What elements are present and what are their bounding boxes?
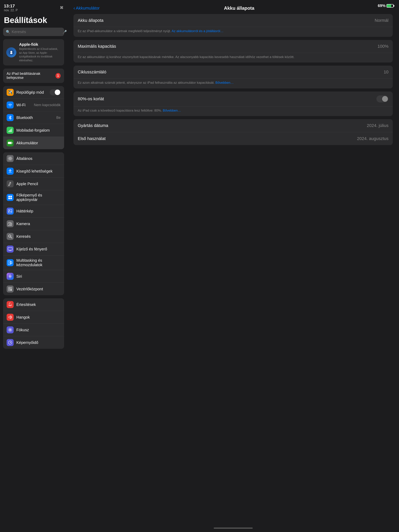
battery-label: Akkumulátor — [16, 141, 61, 145]
sidebar-item-accessibility[interactable]: Kisegítő lehetőségek — [3, 165, 64, 177]
setup-banner-label: Az iPad beállításának befejezése — [7, 72, 56, 80]
svg-rect-14 — [8, 209, 12, 213]
svg-point-26 — [11, 303, 12, 304]
sidebar-item-mobile[interactable]: Mobiladat-forgalom — [3, 124, 64, 137]
back-chevron-icon: ‹ — [73, 6, 75, 11]
camera-icon — [7, 220, 14, 227]
search-bar[interactable]: 🔍 🎤 — [3, 28, 64, 36]
bluetooth-icon — [7, 114, 14, 121]
airplane-icon: ✈️ — [7, 89, 14, 96]
cycle-count-row: Ciklusszámláló 10 — [73, 66, 393, 79]
max-capacity-desc: Ez az akkumulátor új korához viszonyítot… — [73, 53, 393, 63]
max-capacity-value: 100% — [378, 44, 388, 49]
back-button[interactable]: ‹ Akkumulátor — [73, 6, 100, 11]
sidebar-item-homescreen[interactable]: Főképernyő és appkönyvtár — [3, 190, 64, 205]
focus-label: Fókusz — [16, 328, 61, 332]
content-area: Akku állapota Normál Ez az iPad-akkumulá… — [67, 14, 399, 524]
search-input[interactable] — [12, 30, 61, 34]
sidebar-item-wallpaper[interactable]: Háttérkép — [3, 205, 64, 217]
sidebar-item-general[interactable]: Általános — [3, 152, 64, 165]
battery-icon — [386, 4, 393, 8]
wifi-icon — [7, 101, 14, 108]
battery-status-link[interactable]: Az akkumulátorról és a jótállásról… — [172, 29, 224, 33]
notifications-group: Értesítések Hangok Fókusz — [3, 298, 64, 349]
setup-banner[interactable]: Az iPad beállításának befejezése 1 — [3, 69, 64, 83]
airplane-label: Repülőgép mód — [16, 90, 47, 95]
screentime-label: Képernyőidő — [16, 340, 61, 345]
sidebar-item-screentime[interactable]: Képernyőidő — [3, 336, 64, 349]
svg-rect-2 — [10, 130, 10, 132]
first-use-value: 2024. augusztus — [357, 136, 388, 141]
siri-label: Siri — [16, 274, 61, 279]
homescreen-icon — [7, 194, 14, 201]
dates-card: Gyártás dátuma 2024. július Első használ… — [73, 119, 393, 145]
cycle-count-card: Ciklusszámláló 10 Ez azon alkalmak számá… — [73, 66, 393, 89]
sidebar-item-pencil[interactable]: Apple Pencil — [3, 177, 64, 190]
mic-icon: 🎤 — [63, 30, 67, 34]
sidebar-item-siri[interactable]: Siri — [3, 270, 64, 283]
sidebar-item-battery[interactable]: Akkumulátor — [3, 137, 64, 149]
limit-link[interactable]: Bővebben… — [163, 109, 181, 112]
mobile-icon — [7, 127, 14, 134]
svg-point-16 — [10, 223, 11, 225]
svg-point-24 — [8, 289, 10, 291]
sidebar-item-multitask[interactable]: Multitasking és kézmozdulatok — [3, 255, 64, 270]
battery-percentage: 69% — [378, 4, 386, 8]
sidebar-item-focus[interactable]: Fókusz — [3, 324, 64, 336]
focus-icon — [7, 326, 14, 333]
notifications-label: Értesítések — [16, 302, 61, 307]
pencil-icon — [7, 180, 14, 187]
status-bar-right-panel: 69% — [378, 4, 393, 8]
homescreen-label: Főképernyő és appkönyvtár — [16, 193, 61, 202]
general-label: Általános — [16, 156, 61, 161]
cycle-count-link[interactable]: Bővebben… — [215, 81, 234, 84]
sidebar-item-control[interactable]: Vezérlőközpont — [3, 283, 64, 295]
wallpaper-icon — [7, 208, 14, 215]
limit-desc: Az iPad csak a következő kapacitásra les… — [73, 107, 393, 116]
connectivity-group: ✈️ Repülőgép mód Wi-Fi Nem kapcsolódik — [3, 86, 64, 149]
home-indicator — [67, 524, 399, 532]
svg-point-27 — [10, 329, 11, 330]
multitask-label: Multitasking és kézmozdulatok — [16, 258, 61, 267]
accessibility-icon — [7, 168, 14, 175]
spotlight-icon — [7, 233, 14, 240]
detail-page-title: Akku állapota — [101, 6, 377, 11]
airplane-toggle[interactable] — [50, 89, 61, 95]
battery-status-value: Normál — [375, 18, 388, 23]
accessibility-label: Kisegítő lehetőségek — [16, 169, 61, 173]
sidebar-item-display[interactable]: Kijelző és fényerő — [3, 243, 64, 255]
first-use-label: Első használat — [78, 136, 106, 141]
svg-point-8 — [9, 158, 11, 159]
sidebar-item-airplane[interactable]: ✈️ Repülőgép mód — [3, 86, 64, 99]
svg-rect-6 — [12, 143, 13, 144]
apple-account-item[interactable]: Apple-fiók Bejelentkezés az iCloud-adato… — [3, 39, 64, 65]
svg-rect-4 — [12, 128, 12, 132]
cmd-icon: ⌘ — [60, 6, 63, 10]
limit-label: 80%-os korlát — [78, 96, 104, 101]
sidebar-item-bluetooth[interactable]: Bluetooth Be — [3, 111, 64, 124]
first-use-row: Első használat 2024. augusztus — [73, 132, 393, 145]
svg-rect-12 — [8, 198, 10, 199]
status-bar-left: 13:17 nov. 22. P — [4, 4, 18, 12]
svg-rect-3 — [11, 129, 11, 132]
back-label: Akkumulátor — [76, 6, 100, 11]
limit-row: 80%-os korlát — [73, 92, 393, 107]
svg-rect-11 — [10, 196, 12, 197]
sidebar-item-sounds[interactable]: Hangok — [3, 311, 64, 324]
time: 13:17 — [4, 4, 18, 9]
battery-settings-icon — [7, 139, 14, 146]
sidebar-item-wifi[interactable]: Wi-Fi Nem kapcsolódik — [3, 99, 64, 111]
main-panel: 69% ‹ Akkumulátor Akku állapota Akku áll… — [67, 0, 399, 532]
svg-rect-20 — [10, 261, 12, 264]
status-bar: 13:17 nov. 22. P ⌘ — [0, 0, 67, 14]
cycle-count-label: Ciklusszámláló — [78, 70, 106, 75]
sidebar: 13:17 nov. 22. P ⌘ Beállítások 🔍 🎤 Apple… — [0, 0, 67, 532]
sidebar-item-camera[interactable]: Kamera — [3, 217, 64, 230]
svg-point-25 — [10, 289, 12, 291]
apple-account-text: Apple-fiók Bejelentkezés az iCloud-adato… — [19, 42, 61, 62]
sidebar-item-notifications[interactable]: Értesítések — [3, 298, 64, 311]
apple-account-name: Apple-fiók — [19, 42, 61, 47]
sidebar-item-search[interactable]: Keresés — [3, 230, 64, 243]
svg-rect-7 — [8, 142, 11, 144]
limit-toggle[interactable] — [376, 95, 388, 102]
